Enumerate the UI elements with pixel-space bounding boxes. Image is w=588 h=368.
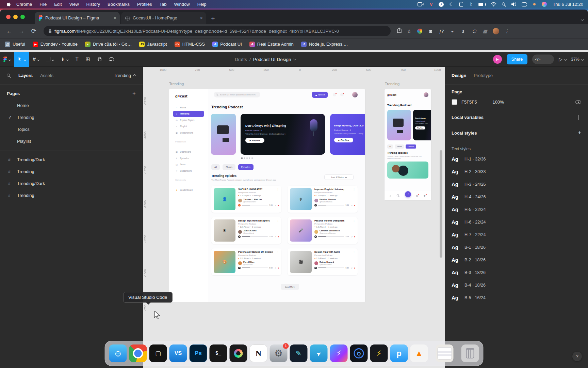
heart-icon[interactable]: ♥ bbox=[354, 204, 355, 206]
bolt-icon[interactable]: ⚡ bbox=[439, 2, 444, 7]
design-frame-desktop[interactable]: gcast ⌂Home♪Trending◎Explore Topics≡Play… bbox=[169, 89, 365, 302]
tab-layers[interactable]: Layers bbox=[18, 73, 33, 78]
text-style-row[interactable]: Ag H-2 · 30/33 bbox=[445, 165, 588, 178]
bookmark-star-icon[interactable]: ☆ bbox=[407, 28, 411, 34]
Trending[interactable]: ✓ Trending bbox=[0, 111, 143, 123]
menubar-item[interactable]: Window bbox=[170, 2, 193, 7]
visibility-eye-icon[interactable] bbox=[575, 100, 581, 104]
Episodes[interactable]: Episodes bbox=[238, 164, 254, 170]
forward-button[interactable]: → bbox=[16, 28, 27, 35]
text-style-row[interactable]: Ag B-2 · 18/26 bbox=[445, 254, 588, 266]
Improve English Listening[interactable]: 🎙 Improve English Listening ⋮ Perspectiv… bbox=[288, 186, 358, 213]
tab-search-chevron-icon[interactable] bbox=[581, 16, 583, 22]
episode-player[interactable]: ▶ 5:59 ↗ ♥ bbox=[314, 235, 355, 238]
volume-icon[interactable] bbox=[511, 2, 517, 7]
dock-lens-app[interactable] bbox=[230, 344, 247, 362]
gocast-logo[interactable]: gcast bbox=[175, 94, 208, 98]
dock-quicktime[interactable]: Q bbox=[350, 344, 368, 362]
variables-sliders-icon[interactable] bbox=[577, 115, 581, 120]
Leaderboard[interactable]: ★Leaderboard bbox=[175, 187, 208, 194]
Team[interactable]: ◫Team bbox=[175, 162, 208, 168]
fonts-extension-icon[interactable]: ƒ? bbox=[438, 28, 445, 34]
browser-tab-gocast[interactable]: GocastUI - HomePage × bbox=[121, 12, 206, 24]
add-style-button[interactable]: + bbox=[578, 130, 581, 136]
Home[interactable]: ✓ Home bbox=[0, 99, 143, 111]
dock-design-pen-app[interactable]: ✎ bbox=[290, 344, 308, 362]
mobile-hero-card-dark[interactable]: Don't Alway Podcast Episode - Yahia Md A… bbox=[413, 110, 431, 140]
zoom-level[interactable]: 37% bbox=[571, 57, 583, 62]
page-opacity-value[interactable]: 100% bbox=[493, 99, 504, 105]
text-style-row[interactable]: Ag B-5 · 16/24 bbox=[445, 291, 588, 304]
Node.js, Express,…[interactable]: ⬆ Node.js, Express,… bbox=[301, 42, 348, 47]
user-avatar[interactable]: E bbox=[493, 55, 502, 64]
menubar-item[interactable]: History bbox=[83, 2, 104, 7]
messages-icon[interactable] bbox=[340, 93, 344, 96]
mobile-episode-card[interactable] bbox=[387, 162, 428, 179]
episode-player[interactable]: ▶ 5:59 ↗ ♥ bbox=[238, 235, 279, 238]
HTML-CSS[interactable]: <> HTML-CSS bbox=[175, 42, 205, 47]
Javascript[interactable]: JS Javascript bbox=[139, 42, 167, 47]
search-icon[interactable] bbox=[396, 194, 400, 198]
heart-icon[interactable]: ♥ bbox=[354, 235, 355, 238]
heart-icon[interactable]: ♥ bbox=[278, 267, 279, 269]
battery-icon[interactable] bbox=[478, 2, 486, 7]
Real Estate Admin[interactable]: ❖ Real Estate Admin bbox=[249, 42, 294, 47]
share-icon[interactable]: ↗ bbox=[351, 235, 353, 238]
share-page-icon[interactable] bbox=[397, 28, 402, 34]
Design Tips from Designers[interactable]: 🎚 Design Tips from Designers ⋮ Perspecti… bbox=[211, 217, 281, 244]
progress-bar[interactable] bbox=[242, 236, 268, 237]
menubar-item[interactable]: File bbox=[36, 2, 50, 7]
spotlight-icon[interactable] bbox=[502, 2, 506, 7]
text-style-row[interactable]: Ag B-3 · 18/26 bbox=[445, 266, 588, 279]
add-page-button[interactable]: + bbox=[132, 90, 136, 97]
menubar-clock[interactable]: Thu 6 Jul 12:20 bbox=[553, 2, 583, 7]
episode-author[interactable]: Thomas L. Fletcher@thomasfletcher bbox=[238, 198, 279, 203]
figma-canvas[interactable]: -1000-750-500-25002505007501000 -2250-20… bbox=[143, 67, 445, 368]
Playlist[interactable]: ✓ Playlist bbox=[0, 135, 143, 147]
upload-fab-button[interactable]: ↑ bbox=[405, 191, 411, 197]
text-style-row[interactable]: Ag H-6 · 22/24 bbox=[445, 216, 588, 228]
dock-telegram[interactable]: ➤ bbox=[310, 344, 328, 362]
dock-chrome[interactable] bbox=[129, 344, 147, 362]
dock-capture-app[interactable]: ▢ bbox=[149, 344, 167, 362]
share-icon[interactable]: ↗ bbox=[351, 204, 353, 206]
menubar-item[interactable]: Bookmarks bbox=[104, 2, 133, 7]
share-icon[interactable]: ↗ bbox=[275, 204, 276, 206]
Playlist[interactable]: ≡Playlist bbox=[175, 123, 208, 130]
kebab-menu-icon[interactable]: ⋮ bbox=[277, 188, 279, 191]
display-icon[interactable] bbox=[459, 2, 463, 7]
text-style-row[interactable]: Ag B-1 · 18/26 bbox=[445, 241, 588, 254]
hero-carousel-image-card[interactable] bbox=[211, 114, 236, 155]
design-frame-mobile[interactable]: gcast Trending Podcast Don't Alway Podca… bbox=[385, 89, 431, 200]
menubar-item[interactable]: Tab bbox=[156, 2, 170, 7]
episode-author[interactable]: Fletcher Thomas@fletcherthomas bbox=[314, 198, 355, 203]
comment-tool[interactable] bbox=[105, 52, 117, 67]
colorzilla-extension-icon[interactable] bbox=[416, 28, 423, 34]
dock-system-settings[interactable]: ⚙ 1 bbox=[270, 344, 288, 362]
mobile-hero-image-card[interactable] bbox=[387, 110, 411, 140]
dock-vscode[interactable]: VS bbox=[169, 344, 187, 362]
search-icon[interactable] bbox=[7, 74, 11, 78]
text-style-row[interactable]: Ag H-4 · 24/26 bbox=[445, 190, 588, 203]
text-style-row[interactable]: Ag H-1 · 32/36 bbox=[445, 153, 588, 165]
v-app-icon[interactable]: V bbox=[429, 2, 434, 7]
page-color-row[interactable]: F5F5F5 100% bbox=[452, 99, 581, 105]
menubar-item[interactable]: Profiles bbox=[133, 2, 156, 7]
heart-icon[interactable]: ♥ bbox=[278, 235, 279, 238]
load-more-button[interactable]: Load More bbox=[281, 284, 299, 290]
share-icon[interactable]: ↗ bbox=[351, 267, 353, 269]
tab-prototype[interactable]: Prototype bbox=[474, 73, 493, 78]
page-indicator[interactable]: Trending bbox=[114, 73, 136, 78]
Home[interactable]: ⌂Home bbox=[175, 104, 208, 111]
Subscriptions[interactable]: ▣Subscriptions bbox=[175, 129, 208, 136]
reload-button[interactable]: ⟳ bbox=[29, 27, 39, 35]
dock-terminal[interactable]: $_ bbox=[210, 344, 227, 362]
Topics[interactable]: ✓ Topics bbox=[0, 123, 143, 135]
text-style-row[interactable]: Ag H-7 · 22/24 bbox=[445, 228, 588, 241]
local-variables-section[interactable]: Local variables bbox=[445, 110, 588, 125]
text-tool[interactable]: T bbox=[72, 52, 82, 67]
share-icon[interactable]: ↗ bbox=[275, 235, 276, 238]
frame-label-desktop[interactable]: Trending bbox=[169, 82, 184, 86]
kebab-menu-icon[interactable]: ⋮ bbox=[503, 28, 510, 34]
hand-tool[interactable] bbox=[94, 52, 105, 67]
